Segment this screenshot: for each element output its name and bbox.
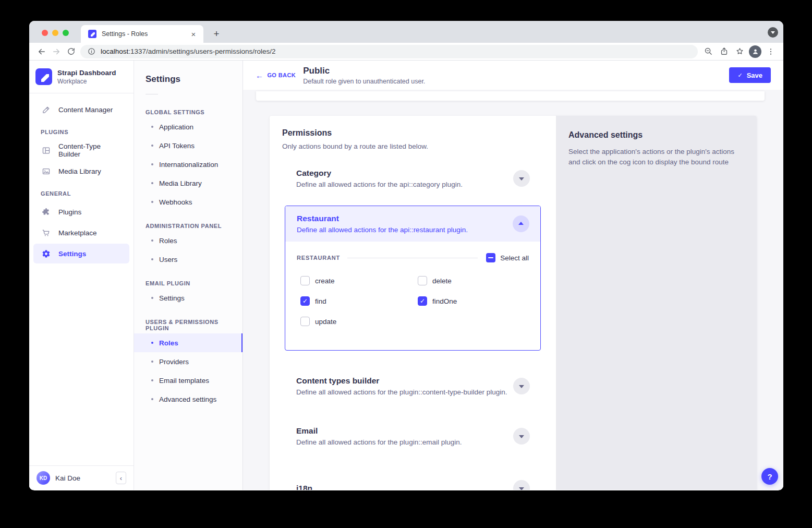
zoom-button[interactable] xyxy=(701,44,716,59)
chevron-down-icon xyxy=(771,31,775,34)
page-header: ← GO BACK Public Default role given to u… xyxy=(243,61,783,90)
tab-search-button[interactable] xyxy=(768,27,778,38)
reload-button[interactable] xyxy=(64,44,78,59)
puzzle-icon xyxy=(41,207,51,217)
chevron-down-icon xyxy=(519,177,524,181)
permission-checkbox-grid: ✓ create ✓ delete ✓ find xyxy=(297,276,529,326)
collapse-sidebar-button[interactable]: ‹ xyxy=(116,472,126,484)
subnav-item-label: Advanced settings xyxy=(159,395,216,403)
subnav-item-admin-users[interactable]: Users xyxy=(134,250,243,269)
subnav-item-up-roles[interactable]: Roles xyxy=(134,333,243,352)
sidebar-item-content-type-builder[interactable]: Content-Type Builder xyxy=(33,140,129,160)
save-label: Save xyxy=(747,71,762,79)
new-tab-button[interactable]: + xyxy=(210,27,223,41)
subnav-item-email-settings[interactable]: Settings xyxy=(134,289,243,307)
brand-title: Strapi Dashboard xyxy=(57,69,116,77)
permission-delete[interactable]: ✓ delete xyxy=(418,276,529,285)
share-button[interactable] xyxy=(717,44,731,59)
bookmark-star-button[interactable] xyxy=(732,44,747,59)
accordion-content-types-builder[interactable]: Content types builder Define all allowed… xyxy=(285,373,541,400)
subnav-item-api-tokens[interactable]: API Tokens xyxy=(134,136,243,155)
expand-email-button[interactable] xyxy=(513,428,530,445)
sidebar-item-content-manager[interactable]: Content Manager xyxy=(33,100,129,119)
indeterminate-checkbox-icon[interactable] xyxy=(486,253,495,262)
save-button[interactable]: ✓ Save xyxy=(729,67,771,83)
permission-update[interactable]: ✓ update xyxy=(300,317,418,326)
checkbox-icon[interactable]: ✓ xyxy=(418,296,427,306)
subnav-section-administration-panel: ADMINISTRATION PANEL xyxy=(134,211,243,231)
close-window-button[interactable] xyxy=(42,30,48,36)
subnav-item-email-templates[interactable]: Email templates xyxy=(134,371,243,390)
sidebar-item-marketplace[interactable]: Marketplace xyxy=(33,223,129,243)
forward-button[interactable] xyxy=(49,44,64,59)
subnav-item-internationalization[interactable]: Internationalization xyxy=(134,155,243,174)
accordion-i18n[interactable]: i18n xyxy=(285,475,541,490)
advanced-settings-column: Advanced settings Select the application… xyxy=(556,116,757,490)
accordion-description: Define all allowed actions for the api::… xyxy=(296,181,463,188)
checkbox-icon[interactable]: ✓ xyxy=(418,276,427,285)
bullet-icon xyxy=(151,361,153,363)
minus-icon xyxy=(488,257,493,258)
permissions-subtitle: Only actions bound by a route are listed… xyxy=(282,142,543,150)
subnav-item-providers[interactable]: Providers xyxy=(134,352,243,371)
browser-toolbar: localhost:1337/admin/settings/users-perm… xyxy=(29,43,783,61)
fullscreen-window-button[interactable] xyxy=(63,30,69,36)
tab-close-icon[interactable]: × xyxy=(189,29,198,39)
subnav-item-media-library[interactable]: Media Library xyxy=(134,174,243,193)
subnav-item-webhooks[interactable]: Webhooks xyxy=(134,193,243,211)
advanced-settings-description: Select the application's actions or the … xyxy=(568,147,741,167)
expand-i18n-button[interactable] xyxy=(513,480,530,490)
accordion-email[interactable]: Email Define all allowed actions for the… xyxy=(285,423,541,450)
tab-title: Settings - Roles xyxy=(102,30,189,38)
checkbox-icon[interactable]: ✓ xyxy=(300,276,310,285)
chevron-down-icon xyxy=(519,385,524,388)
restaurant-accordion-header[interactable]: Restaurant Define all allowed actions fo… xyxy=(285,206,540,242)
chevron-up-icon xyxy=(518,222,524,225)
subnav-section-users-permissions-plugin: USERS & PERMISSIONS PLUGIN xyxy=(134,307,243,333)
expand-content-types-builder-button[interactable] xyxy=(513,378,530,394)
bullet-icon xyxy=(151,379,153,381)
accordion-description: Define all allowed actions for the plugi… xyxy=(296,438,462,446)
page-subtitle: Default role given to unauthenticated us… xyxy=(303,78,425,85)
user-avatar[interactable]: KD xyxy=(37,471,50,485)
subnav-item-admin-roles[interactable]: Roles xyxy=(134,231,243,250)
permission-find[interactable]: ✓ find xyxy=(300,296,418,306)
main-sidebar: Strapi Dashboard Workplace Content Manag… xyxy=(29,61,134,490)
help-button[interactable]: ? xyxy=(761,468,778,485)
sidebar-item-label: Settings xyxy=(58,250,86,258)
brand[interactable]: Strapi Dashboard Workplace xyxy=(29,61,134,93)
main-area: ← GO BACK Public Default role given to u… xyxy=(243,61,783,490)
accordion-category[interactable]: Category Define all allowed actions for … xyxy=(285,165,541,192)
checkbox-label: delete xyxy=(432,277,452,285)
minimize-window-button[interactable] xyxy=(52,30,58,36)
checkbox-icon[interactable]: ✓ xyxy=(300,296,310,306)
url-path: :1337/admin/settings/users-permissions/r… xyxy=(128,47,275,55)
browser-tab[interactable]: Settings - Roles × xyxy=(81,25,203,43)
browser-profile-button[interactable] xyxy=(749,45,761,58)
check-icon: ✓ xyxy=(420,298,425,304)
back-button[interactable] xyxy=(34,44,49,59)
sidebar-item-label: Marketplace xyxy=(58,229,97,237)
expand-category-button[interactable] xyxy=(513,170,530,187)
subnav-item-advanced-settings[interactable]: Advanced settings xyxy=(134,390,243,409)
accordion-title: i18n xyxy=(296,484,312,490)
address-bar[interactable]: localhost:1337/admin/settings/users-perm… xyxy=(80,45,698,58)
checkbox-icon[interactable]: ✓ xyxy=(300,317,310,326)
subnav-item-label: Webhooks xyxy=(159,198,192,206)
subnav-item-application[interactable]: Application xyxy=(134,117,243,136)
permission-findone[interactable]: ✓ findOne xyxy=(418,296,529,306)
browser-menu-button[interactable] xyxy=(763,44,778,59)
select-all-control[interactable]: Select all xyxy=(486,253,529,262)
site-info-icon[interactable] xyxy=(88,47,95,55)
checkbox-label: findOne xyxy=(432,297,457,305)
bullet-icon xyxy=(151,145,153,147)
sidebar-item-label: Content-Type Builder xyxy=(58,142,122,158)
go-back-link[interactable]: ← GO BACK xyxy=(256,71,296,80)
sidebar-item-media-library[interactable]: Media Library xyxy=(33,161,129,181)
permission-create[interactable]: ✓ create xyxy=(300,276,418,285)
sidebar-item-plugins[interactable]: Plugins xyxy=(33,202,129,222)
collapse-restaurant-button[interactable] xyxy=(513,215,529,232)
bullet-icon xyxy=(151,201,153,203)
check-icon: ✓ xyxy=(302,298,308,304)
sidebar-item-settings[interactable]: Settings xyxy=(33,244,129,263)
